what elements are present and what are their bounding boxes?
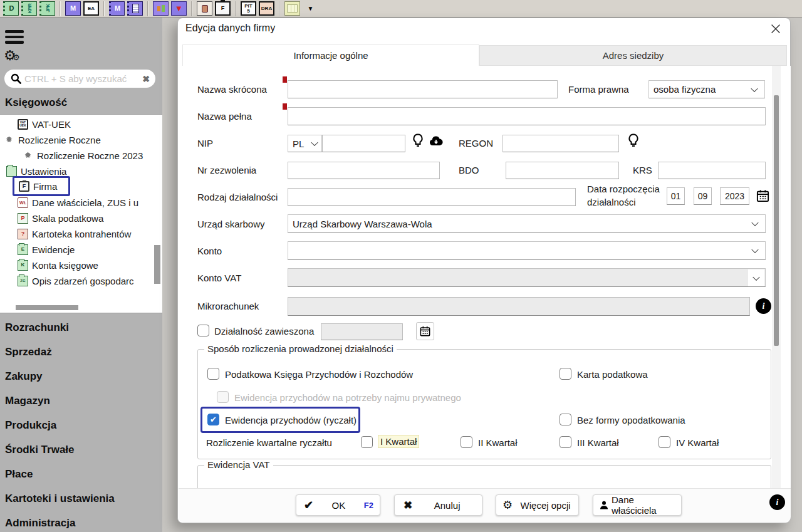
tree-item-firma-selected[interactable]: F Firma bbox=[13, 176, 70, 196]
gears-icon: ⚙ bbox=[503, 498, 513, 512]
tree-item-vat-uek[interactable]: VATUEK VAT-UEK bbox=[18, 117, 71, 132]
settings-gears-icon[interactable]: ⚙⚙ bbox=[4, 48, 25, 65]
jpk-book-icon[interactable]: JPK bbox=[39, 1, 55, 16]
start-day-input[interactable]: 01 bbox=[667, 187, 685, 205]
kwartal-2-checkbox[interactable] bbox=[461, 436, 472, 448]
forma-prawna-label: Forma prawna bbox=[568, 84, 629, 95]
sidebar-item-magazyn[interactable]: Magazyn bbox=[5, 395, 50, 407]
sidebar-item-rozrachunki[interactable]: Rozrachunki bbox=[5, 321, 69, 334]
register-book-icon[interactable] bbox=[127, 1, 143, 16]
cancel-button[interactable]: ✖ Anuluj bbox=[394, 494, 482, 516]
toolbar-separator bbox=[60, 1, 61, 16]
sidebar-item-administracja[interactable]: Administracja bbox=[5, 517, 75, 529]
tree-item-rozliczenie-roczne[interactable]: Rozliczenie Roczne bbox=[4, 132, 101, 147]
folder-chart-icon[interactable] bbox=[153, 1, 169, 16]
sidebar-item-sprzedaz[interactable]: Sprzedaż bbox=[5, 346, 52, 358]
pit5-icon[interactable]: PIT5 bbox=[241, 1, 256, 16]
toolbar-separator bbox=[235, 1, 236, 16]
toolbar-more-arrow[interactable]: ▼ bbox=[303, 1, 318, 16]
dialog-scrollbar-thumb[interactable] bbox=[774, 95, 779, 346]
tree-item-ewidencje[interactable]: E Ewidencje bbox=[18, 242, 75, 257]
urzad-skarbowy-select[interactable]: Urząd Skarbowy Warszawa-Wola bbox=[288, 214, 766, 233]
karta-podatkowa-label: Karta podatkowa bbox=[577, 369, 648, 380]
ea-badge-icon[interactable]: EA bbox=[83, 1, 99, 16]
tree-item-kartoteka-kontrahentow[interactable]: ? Kartoteka kontrahentów bbox=[18, 226, 131, 241]
rodzaj-dzialalnosci-input[interactable] bbox=[288, 188, 576, 206]
ryczalt-checkbox-label: Ewidencja przychodów (ryczałt) bbox=[225, 415, 357, 425]
tree-item-dane-wlasciciela[interactable]: WŁ Dane właściciela, ZUS i u bbox=[18, 195, 138, 210]
hamburger-menu-icon[interactable] bbox=[5, 30, 24, 44]
ok-button[interactable]: ✔ OK F2 bbox=[296, 494, 380, 516]
nazwa-pelna-input[interactable] bbox=[288, 107, 766, 125]
zawieszenie-date-input bbox=[321, 323, 403, 340]
ewidencja-vat-legend: Ewidencja VAT bbox=[204, 459, 273, 470]
sidebar-item-place[interactable]: Płace bbox=[5, 468, 33, 481]
regon-hint-bulb-icon[interactable] bbox=[626, 133, 641, 148]
start-year-input[interactable]: 2023 bbox=[720, 187, 749, 205]
kpir-checkbox[interactable] bbox=[207, 368, 219, 380]
tree-item-rozliczenie-roczne-2023[interactable]: Rozliczenie Roczne 2023 bbox=[23, 148, 143, 163]
kwartal-3-checkbox[interactable] bbox=[560, 436, 571, 448]
tab-informacje-ogolne[interactable]: Informacje ogólne bbox=[182, 44, 479, 66]
dialog-info-icon[interactable]: i bbox=[769, 494, 785, 510]
tree-vertical-scrollbar[interactable] bbox=[154, 245, 160, 284]
bdo-input[interactable] bbox=[506, 162, 619, 179]
start-month-input[interactable]: 09 bbox=[694, 187, 712, 205]
kwartal-1-label: I Kwartał bbox=[378, 436, 419, 447]
clipboard-f-icon[interactable]: F bbox=[215, 1, 231, 16]
nazwa-skrocona-label: Nazwa skrócona bbox=[197, 84, 267, 95]
konto-vat-select bbox=[288, 268, 766, 287]
kwartal-1-checkbox[interactable] bbox=[361, 436, 373, 448]
tree-item-skala-podatkowa[interactable]: P Skala podatkowa bbox=[18, 211, 103, 226]
nr-zezwolenia-input[interactable] bbox=[288, 162, 440, 179]
karta-podatkowa-checkbox[interactable] bbox=[560, 368, 571, 380]
toolbar-separator bbox=[103, 1, 105, 16]
document-m-icon[interactable]: M bbox=[65, 1, 81, 16]
kwartal-4-checkbox[interactable] bbox=[659, 436, 670, 448]
gus-download-cloud-icon[interactable] bbox=[428, 133, 444, 149]
owner-data-button[interactable]: Dane właściciela bbox=[593, 494, 682, 516]
nip-hint-bulb-icon[interactable] bbox=[410, 133, 425, 148]
regon-input[interactable] bbox=[503, 135, 619, 152]
zawieszenie-calendar-button[interactable] bbox=[416, 322, 434, 340]
sposob-rozliczenia-group: Sposób rozliczenia prowadzonej działalno… bbox=[197, 349, 771, 459]
calendar-icon[interactable] bbox=[756, 189, 770, 203]
firma-clipboard-icon: F bbox=[19, 181, 29, 192]
tree-item-opis-zdarzen[interactable]: ZG Opis zdarzeń gospodarc bbox=[18, 273, 134, 288]
chevron-button[interactable] bbox=[748, 269, 764, 286]
krs-input[interactable] bbox=[658, 162, 766, 179]
book-m-icon[interactable]: M bbox=[109, 1, 125, 16]
kpir-book-icon[interactable]: KPiR bbox=[21, 1, 37, 16]
urzad-skarbowy-label: Urząd skarbowy bbox=[197, 219, 265, 229]
sidebar-item-zakupy[interactable]: Zakupy bbox=[5, 370, 43, 383]
dra-icon[interactable]: DRA bbox=[259, 1, 274, 16]
search-clear-icon[interactable]: ✖ bbox=[142, 74, 150, 84]
tree-item-konta-ksiegowe[interactable]: K Konta księgowe bbox=[18, 258, 98, 273]
bez-formy-checkbox[interactable] bbox=[560, 414, 571, 425]
card-table-icon[interactable] bbox=[284, 1, 300, 16]
nazwa-skrocona-input[interactable] bbox=[288, 80, 558, 98]
nip-country-select[interactable]: PL bbox=[288, 135, 322, 152]
more-options-button[interactable]: ⚙ Więcej opcji bbox=[496, 494, 579, 516]
journal-d-icon[interactable]: D bbox=[3, 1, 19, 16]
mikrorachunek-info-icon[interactable]: i bbox=[756, 298, 771, 314]
sidebar-item-produkcja[interactable]: Produkcja bbox=[5, 419, 56, 432]
close-icon[interactable] bbox=[769, 22, 783, 36]
sidebar-item-kartoteki[interactable]: Kartoteki i ustawienia bbox=[5, 493, 115, 505]
contractor-folder-icon[interactable] bbox=[197, 1, 212, 16]
forma-prawna-select[interactable]: osoba fizyczna bbox=[648, 80, 765, 98]
sposob-rozliczenia-legend: Sposób rozliczenia prowadzonej działalno… bbox=[204, 343, 397, 354]
rodzaj-dzialalnosci-label: Rodzaj działalności bbox=[197, 192, 278, 202]
search-input[interactable] bbox=[24, 73, 140, 84]
konto-select[interactable] bbox=[288, 241, 766, 260]
kwartal-3-label: III Kwartał bbox=[577, 437, 619, 448]
sidebar-section-ksiegowosc[interactable]: Księgowość bbox=[5, 96, 67, 109]
sidebar-item-srodki-trwale[interactable]: Środki Trwałe bbox=[5, 444, 75, 456]
nip-input[interactable] bbox=[322, 135, 405, 152]
calendar-icon bbox=[419, 325, 431, 337]
tab-adres-siedziby[interactable]: Adres siedziby bbox=[479, 45, 787, 66]
ryczalt-checkbox[interactable]: ✔ bbox=[207, 414, 219, 425]
chart-filter-icon[interactable]: ▼ bbox=[171, 1, 187, 16]
dzialalnosc-zawieszona-checkbox[interactable] bbox=[197, 325, 209, 336]
tree-horizontal-scrollbar[interactable] bbox=[16, 305, 78, 310]
